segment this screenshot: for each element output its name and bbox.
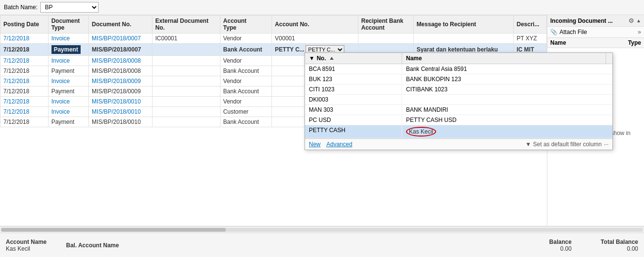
batch-name-label: Batch Name: — [4, 4, 37, 11]
payment-badge: Payment — [51, 45, 81, 54]
right-col-type: Type — [628, 39, 641, 46]
dropdown-header: ▼ No. Name — [305, 53, 612, 64]
filter-icon: ▼ — [309, 55, 315, 62]
col-descr: Descri... — [513, 16, 546, 34]
dropdown-footer: New Advanced ▼ Set as default filter col… — [305, 138, 612, 150]
right-table-header: Name Type — [547, 38, 644, 48]
chevron-up-icon[interactable]: ▲ — [636, 18, 641, 23]
bal-account-item: Bal. Account Name — [66, 242, 119, 249]
balance-label: Balance — [549, 239, 572, 245]
batch-select[interactable]: BP — [40, 2, 99, 13]
dropdown-item[interactable]: DKI003 — [305, 95, 612, 105]
dropdown-col-name: Name — [402, 53, 606, 64]
dropdown-item[interactable]: CITI 1023 CITIBANK 1023 — [305, 85, 612, 95]
col-document-type: DocumentType — [48, 16, 88, 34]
total-balance-value: 0.00 — [627, 245, 638, 252]
account-name-value: Kas Kecil — [6, 245, 47, 252]
col-external-doc: External DocumentNo. — [152, 16, 220, 34]
attach-file-bar: 📎 Attach File » — [547, 27, 644, 38]
new-link[interactable]: New — [309, 141, 321, 148]
gear-icon[interactable]: ⚙ — [628, 17, 634, 24]
dropdown-item-selected[interactable]: PETTY CASH Kas Kecil — [305, 125, 612, 138]
horizontal-scrollbar[interactable] — [0, 226, 644, 233]
attach-icon: 📎 — [550, 29, 558, 35]
dropdown-footer-left: New Advanced — [309, 141, 352, 148]
attach-file-label: Attach File — [559, 29, 638, 35]
account-name-item: Account Name Kas Kecil — [6, 239, 47, 252]
bal-account-label: Bal. Account Name — [66, 242, 119, 249]
dropdown-item[interactable]: MAN 303 BANK MANDIRI — [305, 105, 612, 115]
table-row[interactable]: 7/12/2018 Invoice MIS/BP/2018/0007 IC000… — [0, 34, 547, 44]
balance-item: Balance 0.00 — [549, 239, 572, 252]
total-balance-label: Total Balance — [601, 239, 638, 245]
right-panel-header: Incoming Document ... ⚙ ▲ — [547, 15, 644, 27]
dropdown-item[interactable]: BUK 123 BANK BUKOPIN 123 — [305, 74, 612, 85]
attach-expand-icon[interactable]: » — [638, 29, 641, 35]
total-balance-item: Total Balance 0.00 — [601, 239, 638, 252]
col-account-type: AccountType — [220, 16, 272, 34]
advanced-link[interactable]: Advanced — [326, 141, 352, 148]
bottom-bar: Account Name Kas Kecil Bal. Account Name… — [0, 233, 644, 257]
kas-kecil-highlighted: Kas Kecil — [406, 127, 436, 137]
bottom-right: Balance 0.00 Total Balance 0.00 — [549, 239, 638, 252]
dropdown-item[interactable]: BCA 8591 Bank Central Asia 8591 — [305, 64, 612, 74]
top-bar: Batch Name: BP — [0, 0, 644, 15]
col-recipient-bank: Recipient BankAccount — [358, 16, 413, 34]
account-name-label: Account Name — [6, 239, 47, 245]
col-posting-date: Posting Date — [0, 16, 49, 34]
default-filter-label: Set as default filter column — [533, 141, 602, 148]
right-panel-title: Incoming Document ... — [550, 17, 613, 24]
col-document-no: Document No. — [89, 16, 153, 34]
account-dropdown[interactable]: ▼ No. Name BCA 8591 Bank Central Asia 85… — [305, 52, 613, 150]
right-panel-icons: ⚙ ▲ — [628, 17, 641, 24]
filter-dots: ··· — [604, 141, 609, 148]
scrollbar-thumb — [1, 228, 226, 232]
col-account-no: Account No. — [272, 16, 358, 34]
dropdown-item[interactable]: PC USD PETTY CASH USD — [305, 115, 612, 125]
dropdown-col-no: ▼ No. — [305, 53, 402, 64]
dropdown-footer-right: ▼ Set as default filter column ··· — [525, 141, 609, 148]
sort-asc-icon — [330, 57, 334, 60]
dropdown-rows: BCA 8591 Bank Central Asia 8591 BUK 123 … — [305, 64, 612, 138]
filter-icon-small: ▼ — [525, 141, 531, 148]
col-message: Message to Recipient — [413, 16, 513, 34]
scrollbar-track — [1, 228, 643, 232]
right-col-name: Name — [550, 39, 628, 46]
balance-value: 0.00 — [560, 245, 572, 252]
